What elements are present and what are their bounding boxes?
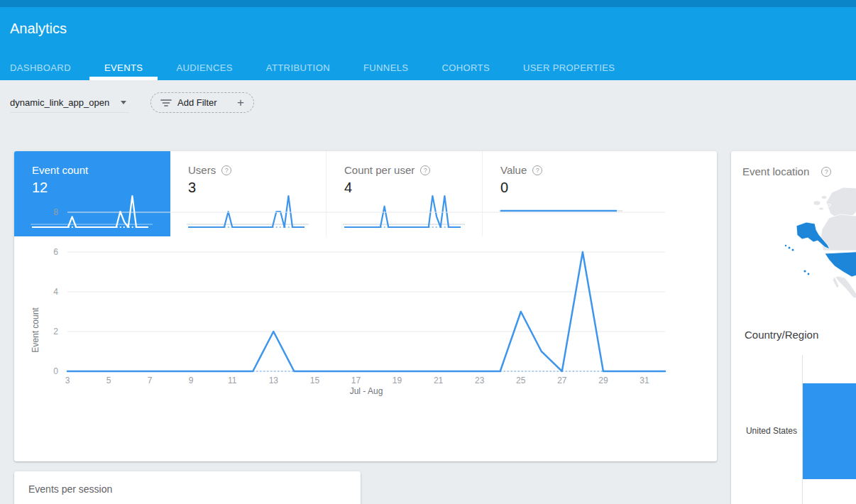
metric-label: Value	[500, 164, 527, 176]
event-location-card: Event location ? Country/Region United S…	[731, 151, 856, 504]
events-per-session-card: Events per session	[14, 471, 361, 504]
events-per-session-title: Events per session	[28, 483, 112, 495]
plus-icon: +	[237, 97, 244, 109]
north-america-map	[775, 185, 856, 338]
add-filter-label: Add Filter	[177, 97, 217, 108]
filter-bar: dynamic_link_app_open Add Filter +	[10, 89, 436, 121]
metric-label: Count per user	[344, 164, 415, 176]
nav-tabs: DASHBOARD EVENTS AUDIENCES ATTRIBUTION F…	[10, 55, 615, 80]
svg-text:11: 11	[228, 376, 237, 385]
svg-text:5: 5	[106, 376, 111, 385]
svg-text:29: 29	[598, 376, 608, 385]
help-icon[interactable]: ?	[532, 165, 542, 175]
svg-text:19: 19	[393, 376, 402, 385]
add-filter-button[interactable]: Add Filter +	[150, 92, 254, 113]
svg-text:27: 27	[557, 376, 567, 385]
svg-text:Jul - Aug: Jul - Aug	[350, 386, 383, 396]
svg-text:23: 23	[475, 376, 485, 385]
country-bar-label: United States	[731, 426, 797, 436]
svg-text:13: 13	[269, 376, 279, 385]
svg-text:21: 21	[434, 376, 444, 385]
tab-cohorts[interactable]: COHORTS	[441, 55, 490, 80]
metric-label: Users	[188, 164, 216, 176]
svg-text:9: 9	[189, 376, 194, 385]
country-region-label: Country/Region	[745, 329, 818, 341]
svg-text:6: 6	[53, 247, 58, 257]
svg-text:3: 3	[65, 376, 70, 385]
chart-area: Event count 0246835791113151719212325272…	[14, 236, 717, 461]
svg-text:7: 7	[148, 376, 153, 385]
event-selector-value: dynamic_link_app_open	[10, 97, 109, 108]
country-bar-united-states[interactable]	[803, 383, 856, 479]
help-icon[interactable]: ?	[821, 167, 831, 177]
page-title: Analytics	[10, 21, 67, 37]
tab-funnels[interactable]: FUNNELS	[363, 55, 408, 80]
app-header: Analytics DASHBOARD EVENTS AUDIENCES ATT…	[0, 7, 856, 80]
svg-text:4: 4	[53, 287, 58, 297]
svg-text:31: 31	[640, 376, 649, 385]
tab-user-properties[interactable]: USER PROPERTIES	[523, 55, 615, 80]
svg-text:8: 8	[53, 207, 58, 217]
event-selector[interactable]: dynamic_link_app_open	[10, 93, 129, 113]
help-icon[interactable]: ?	[221, 165, 231, 175]
svg-text:15: 15	[310, 376, 320, 385]
chevron-down-icon	[121, 101, 126, 104]
metric-label: Event count	[32, 164, 88, 176]
help-icon[interactable]: ?	[420, 165, 430, 175]
tab-audiences[interactable]: AUDIENCES	[176, 55, 232, 80]
tab-dashboard[interactable]: DASHBOARD	[10, 55, 71, 80]
tab-attribution[interactable]: ATTRIBUTION	[266, 55, 330, 80]
svg-text:25: 25	[516, 376, 526, 385]
main-line-chart: 0246835791113151719212325272931Jul - Aug	[14, 196, 717, 402]
svg-text:17: 17	[351, 376, 361, 385]
event-metrics-card: Event count 12 Users ? 3 Count per user …	[14, 151, 717, 461]
svg-text:2: 2	[53, 327, 58, 336]
browser-top-strip	[0, 0, 856, 7]
filter-icon	[160, 98, 172, 108]
event-location-title: Event location	[742, 165, 809, 177]
svg-text:0: 0	[53, 366, 58, 376]
tab-events[interactable]: EVENTS	[104, 55, 143, 80]
